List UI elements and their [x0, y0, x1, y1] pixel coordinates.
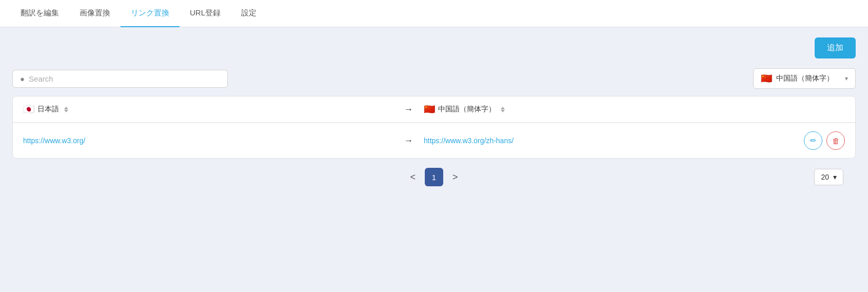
search-icon: ●: [20, 74, 25, 83]
chevron-down-icon: ▾: [845, 75, 848, 82]
per-page-value: 20: [821, 173, 829, 181]
delete-button[interactable]: 🗑: [826, 131, 845, 150]
source-flag: 🇯🇵: [23, 104, 34, 115]
search-input[interactable]: [29, 74, 220, 83]
page-number-button[interactable]: 1: [425, 168, 443, 186]
tab-link-replace[interactable]: リンク置換: [121, 0, 180, 27]
language-selector-dropdown[interactable]: 🇨🇳 中国語（簡体字） ▾: [753, 68, 856, 89]
header-arrow: →: [393, 104, 424, 115]
tab-url-register[interactable]: URL登録: [180, 0, 231, 27]
language-label: 中国語（簡体字）: [776, 74, 834, 83]
column-target: 🇨🇳 中国語（簡体字）: [424, 104, 794, 115]
tab-edit-translation[interactable]: 翻訳を編集: [10, 0, 69, 27]
next-page-button[interactable]: >: [448, 170, 462, 185]
prev-page-button[interactable]: <: [406, 170, 420, 185]
target-url: https://www.w3.org/zh-hans/: [424, 137, 794, 145]
row-actions: ✏ 🗑: [794, 131, 845, 150]
pagination-controls: < 1 >: [406, 168, 462, 186]
tab-image-replace[interactable]: 画像置換: [69, 0, 121, 27]
table-row: https://www.w3.org/ → https://www.w3.org…: [13, 123, 855, 158]
row-arrow: →: [393, 135, 424, 146]
add-button[interactable]: 追加: [815, 37, 856, 59]
target-sort-icon[interactable]: [501, 107, 505, 112]
column-source: 🇯🇵 日本語: [23, 104, 393, 115]
main-content: 追加 ● 🇨🇳 中国語（簡体字） ▾ 🇯🇵 日本語: [0, 27, 868, 291]
language-flag: 🇨🇳: [761, 73, 772, 84]
search-row: ● 🇨🇳 中国語（簡体字） ▾: [12, 68, 856, 89]
source-lang-label: 日本語: [37, 105, 59, 114]
per-page-chevron-icon: ▾: [833, 173, 837, 181]
tab-settings[interactable]: 設定: [231, 0, 267, 27]
search-box: ●: [12, 70, 228, 88]
target-flag: 🇨🇳: [424, 104, 435, 115]
edit-button[interactable]: ✏: [804, 131, 822, 150]
nav-tabs: 翻訳を編集画像置換リンク置換URL登録設定: [0, 0, 868, 27]
target-lang-label: 中国語（簡体字）: [438, 105, 496, 114]
source-url: https://www.w3.org/: [23, 137, 393, 145]
source-sort-icon[interactable]: [64, 107, 68, 112]
per-page-selector[interactable]: 20 ▾: [814, 169, 843, 185]
table-container: 🇯🇵 日本語 → 🇨🇳 中国語（簡体字）: [12, 96, 856, 159]
table-header: 🇯🇵 日本語 → 🇨🇳 中国語（簡体字）: [13, 96, 855, 123]
pagination-row: < 1 > 20 ▾: [12, 159, 856, 196]
